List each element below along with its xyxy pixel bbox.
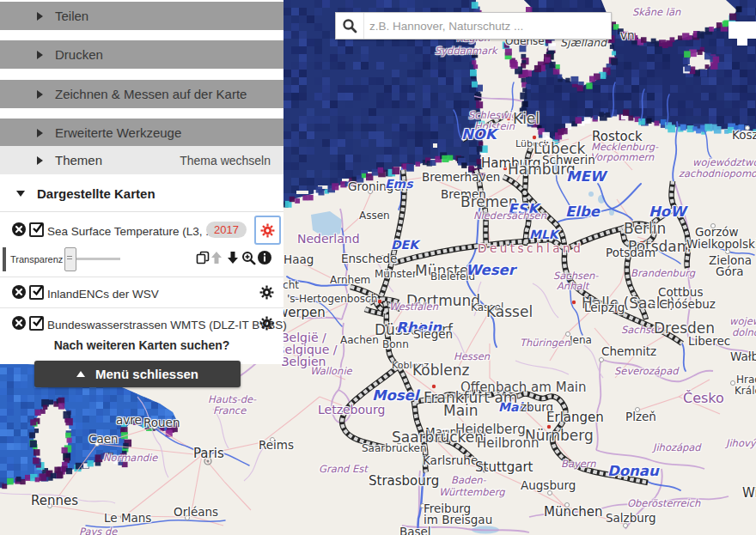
layer-name: InlandENCs der WSV [47,288,159,301]
close-menu-button[interactable]: Menü schliessen [34,361,241,387]
layer-visibility-checkbox[interactable] [29,316,44,331]
chevron-right-icon [37,90,43,99]
layer-row-inlandencs: InlandENCs der WSV [0,278,284,307]
chevron-down-icon [16,191,25,197]
change-theme-link[interactable]: Thema wechseln [180,154,271,167]
search-box [335,12,612,40]
chevron-right-icon [37,156,43,165]
search-input[interactable] [363,13,611,39]
move-layer-up-icon[interactable] [210,251,225,266]
search-more-maps-link[interactable]: Nach weiteren Karten suchen? [0,338,284,352]
layer-row-sst: Sea Surface Temperature (L3, ... 2017 [0,213,284,246]
layer-visibility-checkbox[interactable] [29,285,44,300]
divider [0,277,284,277]
slider-track[interactable] [73,258,120,260]
remove-layer-button[interactable] [12,316,26,330]
layer-year-badge: 2017 [206,222,247,238]
sidebar-item-erweiterte-werkzeuge[interactable]: Erweiterte Werkzeuge [0,119,284,147]
sidebar-item-label: Themen [55,153,102,167]
sidebar-item-drucken[interactable]: Drucken [0,40,284,69]
close-menu-label: Menü schliessen [95,367,198,381]
transparency-slider[interactable] [64,246,125,273]
search-icon[interactable] [336,13,363,39]
app-window: Skåne länSjællandRegionSyddanmarkOdensev… [0,0,756,535]
sidebar-item-label: Drucken [55,47,103,62]
remove-layer-button[interactable] [12,222,26,236]
layer-name: Bundeswasserstrassen WMTS (DLZ-IT BVBS) [47,319,287,331]
layer-name: Sea Surface Temperature (L3, ... [47,225,216,238]
chevron-up-icon [76,371,85,377]
sidebar-item-themen[interactable]: Themen Thema wechseln [0,146,284,174]
displayed-maps-title: Dargestellte Karten [37,186,155,201]
layer-settings-button[interactable] [259,316,274,331]
divider [0,307,284,308]
sidebar-item-label: Erweiterte Werkzeuge [55,125,181,140]
layer-visibility-checkbox[interactable] [29,222,44,237]
sidebar-item-zeichnen-messen[interactable]: Zeichnen & Messen auf der Karte [0,80,284,108]
chevron-right-icon [37,129,43,137]
move-layer-down-icon[interactable] [226,251,241,266]
sidebar-item-label: Teilen [55,9,88,23]
chevron-right-icon [37,12,43,21]
transparency-row: Transparenz [0,246,284,275]
slider-handle[interactable] [64,247,76,271]
remove-layer-button[interactable] [12,285,26,299]
chevron-right-icon [37,51,43,59]
zoom-to-layer-icon[interactable] [241,251,257,266]
sidebar-panel: Teilen Drucken Zeichnen & Messen auf der… [0,0,284,364]
layer-drag-handle[interactable] [3,247,6,271]
transparency-label: Transparenz [10,254,63,264]
displayed-maps-header[interactable]: Dargestellte Karten [0,175,284,212]
layer-settings-button-active[interactable] [254,216,281,245]
layer-settings-button[interactable] [259,285,274,300]
layer-info-icon[interactable] [258,251,273,266]
sidebar-item-label: Zeichnen & Messen auf der Karte [55,87,247,101]
sidebar-item-teilen[interactable]: Teilen [0,2,284,30]
layer-row-bundeswasserstrassen: Bundeswasserstrassen WMTS (DLZ-IT BVBS) [0,309,284,338]
